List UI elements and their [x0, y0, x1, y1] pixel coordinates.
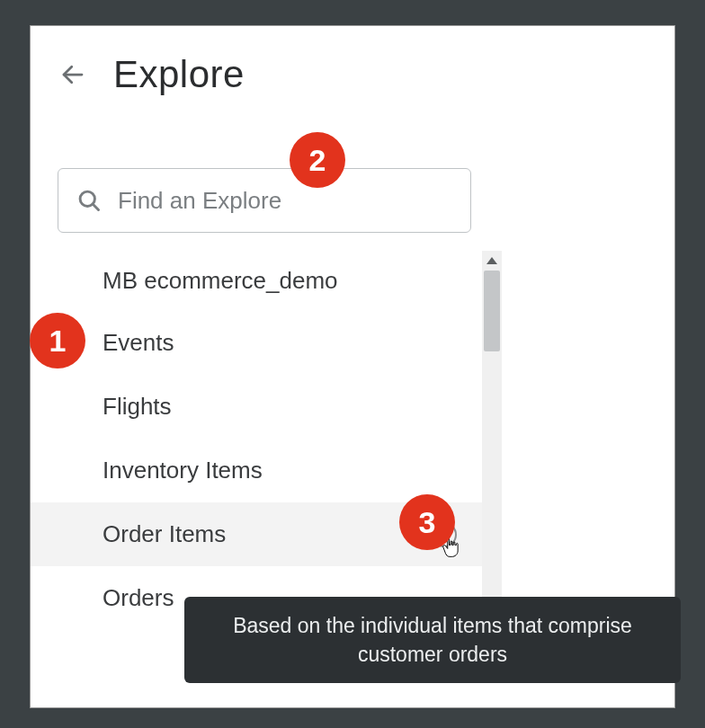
explore-item-label: Order Items — [103, 520, 226, 547]
annotation-callout-3: 3 — [399, 494, 455, 550]
svg-line-2 — [93, 204, 98, 209]
annotation-callout-1: 1 — [30, 313, 85, 368]
page-title: Explore — [113, 53, 245, 96]
info-tooltip: Based on the individual items that compr… — [184, 597, 681, 683]
model-section-header: MB ecommerce_demo — [31, 251, 674, 311]
explore-item-label: Orders — [103, 584, 174, 611]
explore-item-label: Inventory Items — [103, 457, 263, 484]
search-field-wrap[interactable] — [58, 168, 471, 233]
scroll-up-button[interactable] — [482, 251, 502, 271]
explore-item-flights[interactable]: Flights — [31, 375, 484, 439]
back-arrow-icon[interactable] — [58, 59, 88, 90]
tooltip-text: Based on the individual items that compr… — [233, 614, 632, 666]
explore-item-inventory-items[interactable]: Inventory Items — [31, 439, 484, 502]
explore-item-events[interactable]: Events — [31, 311, 484, 375]
annotation-callout-2: 2 — [290, 132, 345, 188]
scroll-thumb[interactable] — [484, 271, 500, 351]
panel-header: Explore — [31, 53, 674, 114]
search-input[interactable] — [118, 187, 452, 215]
search-icon — [76, 188, 102, 213]
explore-item-label: Events — [103, 329, 174, 356]
explore-item-label: Flights — [103, 393, 172, 420]
